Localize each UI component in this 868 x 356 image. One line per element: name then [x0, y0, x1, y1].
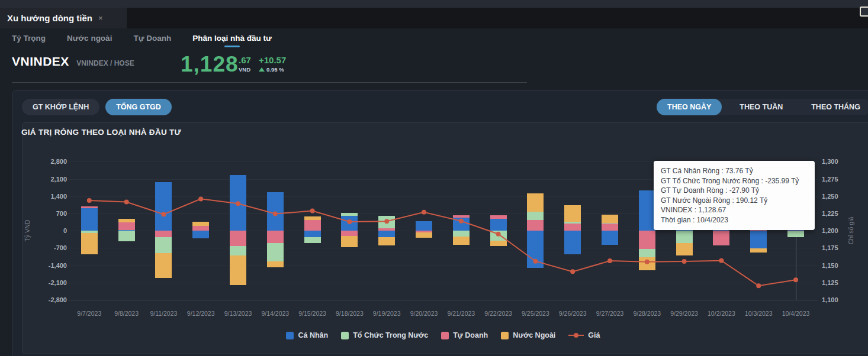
bar-segment[interactable] [564, 205, 581, 222]
date-label: 9/14/2023 [256, 310, 294, 317]
bar-segment[interactable] [453, 218, 470, 231]
y-axis-left-tick: 2,100 [25, 176, 67, 183]
bar-segment[interactable] [304, 237, 321, 242]
bar-segment[interactable] [639, 231, 655, 249]
bar-segment[interactable] [602, 224, 618, 231]
bar-segment[interactable] [155, 237, 172, 254]
tooltip-line: GT Tổ Chức Trong Nước Ròng : -235.99 Tỷ [661, 176, 808, 186]
bar-segment[interactable] [602, 223, 618, 224]
bar-segment[interactable] [155, 182, 172, 231]
bar-segment[interactable] [750, 248, 767, 253]
bar-segment[interactable] [230, 255, 246, 285]
subtab-nuoc-ngoai[interactable]: Nước ngoài [67, 30, 112, 46]
bar-segment[interactable] [267, 192, 284, 231]
y-axis-left-tick: -1,400 [25, 262, 67, 269]
bar-segment[interactable] [230, 175, 246, 231]
bar-segment[interactable] [713, 231, 729, 245]
bar-segment[interactable] [378, 228, 395, 231]
bar-segment[interactable] [453, 215, 470, 218]
bar-segment[interactable] [639, 257, 655, 270]
bar-segment[interactable] [118, 222, 135, 230]
bar-segment[interactable] [378, 231, 395, 237]
chart-card [22, 122, 868, 354]
subtab-ty-trong[interactable]: Tỷ Trọng [12, 30, 46, 46]
bar-segment[interactable] [564, 222, 581, 223]
legend-swatch [341, 332, 349, 339]
period-toggle: THEO NGÀY THEO TUẦN THEO THÁNG [657, 99, 868, 115]
bar-segment[interactable] [230, 246, 246, 255]
bar-segment[interactable] [750, 231, 767, 248]
bar-segment[interactable] [192, 222, 209, 226]
bar-segment[interactable] [81, 206, 98, 208]
theo-thang-button[interactable]: THEO THÁNG [801, 99, 868, 115]
bar-segment[interactable] [267, 231, 284, 243]
bar-segment[interactable] [341, 236, 358, 247]
symbol-exchange: VNINDEX / HOSE [76, 59, 134, 67]
bar-segment[interactable] [81, 233, 98, 254]
bar-segment[interactable] [230, 231, 246, 246]
legend-item[interactable]: Tổ Chức Trong Nước [341, 331, 428, 339]
bar-segment[interactable] [787, 231, 804, 237]
bar-segment[interactable] [192, 226, 209, 231]
bar-segment[interactable] [118, 219, 135, 222]
bar-segment[interactable] [304, 220, 321, 231]
bar-segment[interactable] [527, 220, 544, 231]
bar-segment[interactable] [341, 231, 358, 236]
bar-segment[interactable] [490, 241, 507, 246]
tab-money-flow[interactable]: Xu hướng dòng tiền × [0, 8, 127, 28]
legend-item[interactable]: Nước Ngoài [501, 331, 555, 339]
bar-segment[interactable] [416, 221, 432, 231]
gt-khop-lenh-button[interactable]: GT KHỚP LỆNH [22, 99, 99, 115]
bar-segment[interactable] [639, 190, 655, 231]
bar-segment[interactable] [490, 231, 507, 241]
bar-segment[interactable] [676, 231, 693, 243]
close-icon[interactable]: × [98, 14, 103, 22]
bar-segment[interactable] [527, 193, 544, 212]
bar-segment[interactable] [453, 237, 470, 245]
bar-segment[interactable] [527, 231, 544, 268]
theo-ngay-button[interactable]: THEO NGÀY [657, 99, 722, 115]
bar-segment[interactable] [564, 224, 581, 231]
bar-segment[interactable] [378, 216, 395, 228]
bar-segment[interactable] [416, 232, 432, 238]
bar-segment[interactable] [267, 261, 284, 267]
legend-label: Tổ Chức Trong Nước [353, 331, 428, 339]
bar-segment[interactable] [602, 215, 618, 222]
bar-segment[interactable] [453, 231, 470, 237]
price-decimals: .67 [239, 56, 251, 64]
legend-item-price-line[interactable]: Giá [568, 331, 600, 339]
legend-swatch [501, 332, 509, 339]
tong-gtgd-button[interactable]: TỔNG GTGD [105, 99, 172, 115]
bar-segment[interactable] [490, 219, 507, 231]
bar-segment[interactable] [490, 215, 507, 219]
subtab-phan-loai-nha-dau-tu[interactable]: Phân loại nhà đầu tư [192, 30, 272, 46]
bar-segment[interactable] [639, 249, 655, 257]
window-corner-icon[interactable] [860, 7, 868, 17]
bar-segment[interactable] [192, 231, 209, 238]
price-change: +10.57 [259, 56, 286, 64]
bar-segment[interactable] [81, 208, 98, 231]
bar-segment[interactable] [602, 231, 618, 245]
chart-tooltip: GT Cá Nhân Ròng : 73.76 TỷGT Tổ Chức Tro… [654, 161, 815, 230]
y-axis-right-tick: 1,250 [822, 193, 857, 200]
legend-item[interactable]: Cá Nhân [286, 331, 328, 339]
date-label: 9/27/2023 [591, 310, 629, 317]
subtab-tu-doanh[interactable]: Tự Doanh [133, 30, 171, 46]
y-axis-right-tick: 1,300 [822, 158, 857, 165]
bar-segment[interactable] [304, 216, 321, 220]
bar-segment[interactable] [304, 231, 321, 237]
chart-legend: Cá NhânTổ Chức Trong NướcTự DoanhNước Ng… [68, 331, 818, 339]
theo-tuan-button[interactable]: THEO TUẦN [729, 99, 793, 115]
bar-segment[interactable] [341, 216, 358, 231]
bar-segment[interactable] [118, 231, 135, 241]
bar-segment[interactable] [155, 253, 172, 277]
bar-segment[interactable] [155, 231, 172, 237]
bar-segment[interactable] [267, 243, 284, 261]
bar-segment[interactable] [564, 231, 581, 254]
bar-segment[interactable] [527, 212, 544, 219]
bar-segment[interactable] [676, 243, 693, 255]
bar-segment[interactable] [341, 213, 358, 216]
legend-item[interactable]: Tự Doanh [441, 331, 488, 339]
bar-segment[interactable] [378, 237, 395, 245]
y-axis-right-tick: 1,150 [822, 262, 857, 269]
